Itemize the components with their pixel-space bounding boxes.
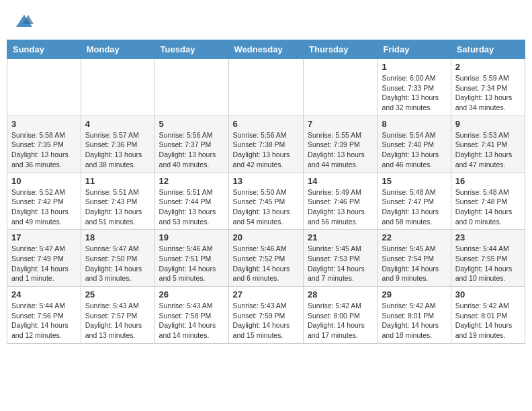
day-number: 12 xyxy=(159,176,224,186)
day-number: 10 xyxy=(11,176,77,186)
calendar-cell: 20Sunrise: 5:46 AMSunset: 7:52 PMDayligh… xyxy=(228,230,303,287)
calendar-cell: 17Sunrise: 5:47 AMSunset: 7:49 PMDayligh… xyxy=(7,230,81,287)
day-number: 8 xyxy=(382,119,446,129)
column-header-sunday: Sunday xyxy=(7,40,81,59)
calendar-cell: 13Sunrise: 5:50 AMSunset: 7:45 PMDayligh… xyxy=(228,173,303,230)
day-info: Sunrise: 5:47 AMSunset: 7:49 PMDaylight:… xyxy=(11,244,77,283)
day-number: 9 xyxy=(455,119,521,129)
day-info: Sunrise: 5:59 AMSunset: 7:34 PMDaylight:… xyxy=(455,73,521,113)
day-info: Sunrise: 5:48 AMSunset: 7:47 PMDaylight:… xyxy=(382,187,446,227)
calendar-cell: 15Sunrise: 5:48 AMSunset: 7:47 PMDayligh… xyxy=(378,173,451,230)
calendar-cell: 16Sunrise: 5:48 AMSunset: 7:48 PMDayligh… xyxy=(451,173,525,230)
calendar-cell: 6Sunrise: 5:56 AMSunset: 7:38 PMDaylight… xyxy=(228,116,303,173)
day-number: 13 xyxy=(233,176,299,186)
day-number: 4 xyxy=(85,119,150,129)
day-number: 29 xyxy=(382,289,446,300)
day-info: Sunrise: 5:49 AMSunset: 7:46 PMDaylight:… xyxy=(308,187,373,227)
calendar-cell xyxy=(304,59,378,116)
day-number: 21 xyxy=(308,232,373,242)
page-header xyxy=(7,7,525,37)
calendar-week-row: 17Sunrise: 5:47 AMSunset: 7:49 PMDayligh… xyxy=(7,230,525,287)
day-number: 18 xyxy=(85,232,150,242)
calendar-cell: 14Sunrise: 5:49 AMSunset: 7:46 PMDayligh… xyxy=(304,173,378,230)
calendar-cell: 29Sunrise: 5:42 AMSunset: 8:01 PMDayligh… xyxy=(378,287,451,344)
day-info: Sunrise: 5:51 AMSunset: 7:43 PMDaylight:… xyxy=(85,187,150,227)
calendar-week-row: 24Sunrise: 5:44 AMSunset: 7:56 PMDayligh… xyxy=(7,287,525,344)
day-info: Sunrise: 5:56 AMSunset: 7:38 PMDaylight:… xyxy=(233,130,299,170)
calendar-cell: 10Sunrise: 5:52 AMSunset: 7:42 PMDayligh… xyxy=(7,173,81,230)
day-number: 16 xyxy=(455,176,521,186)
calendar-cell: 24Sunrise: 5:44 AMSunset: 7:56 PMDayligh… xyxy=(7,287,81,344)
day-number: 20 xyxy=(233,232,299,242)
calendar-cell: 12Sunrise: 5:51 AMSunset: 7:44 PMDayligh… xyxy=(154,173,228,230)
calendar-cell: 3Sunrise: 5:58 AMSunset: 7:35 PMDaylight… xyxy=(7,116,81,173)
calendar-cell: 2Sunrise: 5:59 AMSunset: 7:34 PMDaylight… xyxy=(451,59,525,116)
calendar-cell: 7Sunrise: 5:55 AMSunset: 7:39 PMDaylight… xyxy=(304,116,378,173)
day-info: Sunrise: 5:46 AMSunset: 7:52 PMDaylight:… xyxy=(233,244,299,283)
calendar-week-row: 3Sunrise: 5:58 AMSunset: 7:35 PMDaylight… xyxy=(7,116,525,173)
calendar-cell xyxy=(7,59,81,116)
day-info: Sunrise: 5:46 AMSunset: 7:51 PMDaylight:… xyxy=(159,244,224,283)
day-number: 5 xyxy=(159,119,224,129)
day-number: 24 xyxy=(11,289,77,300)
day-info: Sunrise: 5:42 AMSunset: 8:01 PMDaylight:… xyxy=(382,301,446,340)
day-info: Sunrise: 5:45 AMSunset: 7:53 PMDaylight:… xyxy=(308,244,373,283)
day-number: 15 xyxy=(382,176,446,186)
calendar-cell: 18Sunrise: 5:47 AMSunset: 7:50 PMDayligh… xyxy=(81,230,154,287)
column-header-friday: Friday xyxy=(378,40,451,59)
day-info: Sunrise: 5:53 AMSunset: 7:41 PMDaylight:… xyxy=(455,130,521,170)
calendar-cell xyxy=(81,59,154,116)
day-info: Sunrise: 5:47 AMSunset: 7:50 PMDaylight:… xyxy=(85,244,150,283)
day-info: Sunrise: 5:55 AMSunset: 7:39 PMDaylight:… xyxy=(308,130,373,170)
calendar-cell xyxy=(228,59,303,116)
day-number: 19 xyxy=(159,232,224,242)
day-info: Sunrise: 5:57 AMSunset: 7:36 PMDaylight:… xyxy=(85,130,150,170)
column-header-wednesday: Wednesday xyxy=(228,40,303,59)
day-info: Sunrise: 5:43 AMSunset: 7:57 PMDaylight:… xyxy=(85,301,150,340)
calendar-cell: 22Sunrise: 5:45 AMSunset: 7:54 PMDayligh… xyxy=(378,230,451,287)
day-info: Sunrise: 6:00 AMSunset: 7:33 PMDaylight:… xyxy=(382,73,446,113)
column-header-saturday: Saturday xyxy=(451,40,525,59)
day-number: 7 xyxy=(308,119,373,129)
day-number: 25 xyxy=(85,289,150,300)
calendar-cell: 23Sunrise: 5:44 AMSunset: 7:55 PMDayligh… xyxy=(451,230,525,287)
day-info: Sunrise: 5:56 AMSunset: 7:37 PMDaylight:… xyxy=(159,130,224,170)
calendar-cell: 27Sunrise: 5:43 AMSunset: 7:59 PMDayligh… xyxy=(228,287,303,344)
column-header-monday: Monday xyxy=(81,40,154,59)
day-number: 22 xyxy=(382,232,446,242)
column-header-thursday: Thursday xyxy=(304,40,378,59)
day-number: 1 xyxy=(382,62,446,72)
calendar-cell: 5Sunrise: 5:56 AMSunset: 7:37 PMDaylight… xyxy=(154,116,228,173)
day-info: Sunrise: 5:42 AMSunset: 8:00 PMDaylight:… xyxy=(308,301,373,340)
day-number: 27 xyxy=(233,289,299,300)
calendar-cell: 11Sunrise: 5:51 AMSunset: 7:43 PMDayligh… xyxy=(81,173,154,230)
calendar-cell: 26Sunrise: 5:43 AMSunset: 7:58 PMDayligh… xyxy=(154,287,228,344)
day-number: 2 xyxy=(455,62,521,72)
calendar-cell: 4Sunrise: 5:57 AMSunset: 7:36 PMDaylight… xyxy=(81,116,154,173)
day-info: Sunrise: 5:50 AMSunset: 7:45 PMDaylight:… xyxy=(233,187,299,227)
day-info: Sunrise: 5:52 AMSunset: 7:42 PMDaylight:… xyxy=(11,187,77,227)
day-info: Sunrise: 5:44 AMSunset: 7:55 PMDaylight:… xyxy=(455,244,521,283)
calendar-cell: 30Sunrise: 5:42 AMSunset: 8:01 PMDayligh… xyxy=(451,287,525,344)
calendar-week-row: 10Sunrise: 5:52 AMSunset: 7:42 PMDayligh… xyxy=(7,173,525,230)
day-number: 30 xyxy=(455,289,521,300)
calendar-cell: 19Sunrise: 5:46 AMSunset: 7:51 PMDayligh… xyxy=(154,230,228,287)
calendar-table: SundayMondayTuesdayWednesdayThursdayFrid… xyxy=(7,40,525,344)
day-number: 26 xyxy=(159,289,224,300)
calendar-cell: 28Sunrise: 5:42 AMSunset: 8:00 PMDayligh… xyxy=(304,287,378,344)
calendar-week-row: 1Sunrise: 6:00 AMSunset: 7:33 PMDaylight… xyxy=(7,59,525,116)
day-number: 3 xyxy=(11,119,77,129)
day-info: Sunrise: 5:54 AMSunset: 7:40 PMDaylight:… xyxy=(382,130,446,170)
day-number: 6 xyxy=(233,119,299,129)
calendar-header-row: SundayMondayTuesdayWednesdayThursdayFrid… xyxy=(7,40,525,59)
day-info: Sunrise: 5:58 AMSunset: 7:35 PMDaylight:… xyxy=(11,130,77,170)
calendar-cell: 9Sunrise: 5:53 AMSunset: 7:41 PMDaylight… xyxy=(451,116,525,173)
calendar-cell xyxy=(154,59,228,116)
day-info: Sunrise: 5:48 AMSunset: 7:48 PMDaylight:… xyxy=(455,187,521,227)
day-info: Sunrise: 5:43 AMSunset: 7:58 PMDaylight:… xyxy=(159,301,224,340)
day-number: 17 xyxy=(11,232,77,242)
day-number: 11 xyxy=(85,176,150,186)
day-info: Sunrise: 5:45 AMSunset: 7:54 PMDaylight:… xyxy=(382,244,446,283)
column-header-tuesday: Tuesday xyxy=(154,40,228,59)
calendar-cell: 8Sunrise: 5:54 AMSunset: 7:40 PMDaylight… xyxy=(378,116,451,173)
